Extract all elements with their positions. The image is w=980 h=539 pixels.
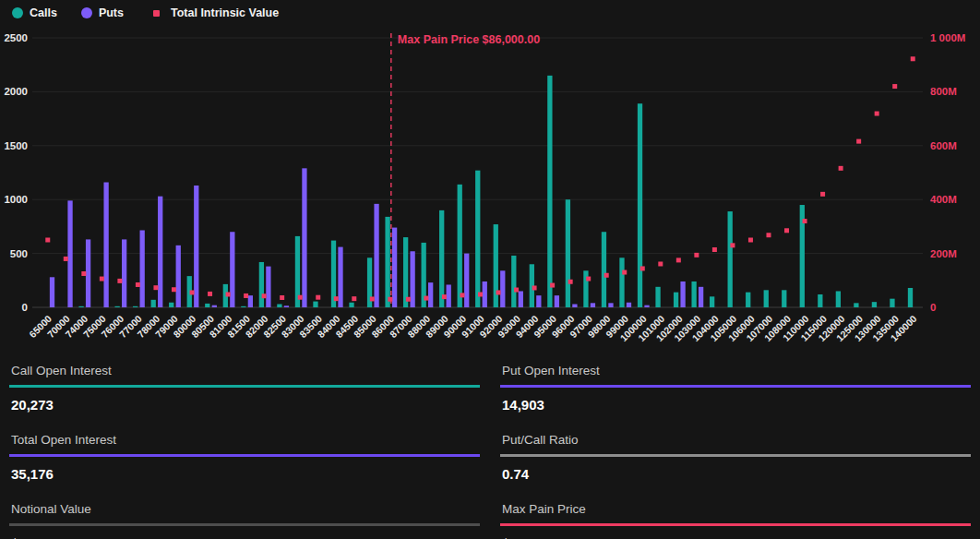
put-bar-90000[interactable] <box>464 254 469 307</box>
intrinsic-dot-93000[interactable] <box>514 288 519 293</box>
put-bar-78000[interactable] <box>158 197 162 307</box>
intrinsic-dot-107000[interactable] <box>766 233 771 237</box>
call-bar-84500[interactable] <box>349 303 353 307</box>
put-bar-85000[interactable] <box>374 204 378 307</box>
legend-item-calls[interactable]: Calls <box>12 6 57 19</box>
call-bar-79000[interactable] <box>169 303 173 307</box>
intrinsic-dot-86000[interactable] <box>388 297 392 302</box>
intrinsic-dot-65000[interactable] <box>45 238 50 243</box>
intrinsic-dot-85000[interactable] <box>370 296 375 301</box>
call-bar-97000[interactable] <box>583 270 588 307</box>
intrinsic-dot-89000[interactable] <box>442 294 447 299</box>
put-bar-82000[interactable] <box>266 267 270 307</box>
put-bar-88000[interactable] <box>428 282 433 307</box>
intrinsic-dot-92000[interactable] <box>496 290 501 294</box>
put-bar-81500[interactable] <box>248 295 253 307</box>
call-bar-77000[interactable] <box>133 306 137 307</box>
call-bar-98000[interactable] <box>602 232 606 307</box>
intrinsic-dot-104000[interactable] <box>712 247 717 252</box>
intrinsic-dot-74000[interactable] <box>81 271 86 276</box>
intrinsic-dot-106000[interactable] <box>748 238 753 243</box>
intrinsic-dot-88000[interactable] <box>424 296 428 301</box>
call-bar-125000[interactable] <box>854 303 858 307</box>
call-bar-95000[interactable] <box>547 76 552 307</box>
intrinsic-dot-83500[interactable] <box>316 295 320 300</box>
intrinsic-dot-120000[interactable] <box>839 166 843 171</box>
intrinsic-dot-94000[interactable] <box>532 285 537 290</box>
call-bar-105000[interactable] <box>728 211 733 307</box>
call-bar-135000[interactable] <box>890 299 894 307</box>
put-bar-81000[interactable] <box>230 232 234 307</box>
put-bar-94000[interactable] <box>536 295 541 307</box>
intrinsic-dot-108000[interactable] <box>784 228 789 233</box>
intrinsic-dot-78000[interactable] <box>153 285 158 290</box>
call-bar-102000[interactable] <box>674 293 678 307</box>
intrinsic-dot-80000[interactable] <box>190 290 195 294</box>
call-bar-106000[interactable] <box>746 293 750 307</box>
intrinsic-dot-80500[interactable] <box>208 292 212 296</box>
intrinsic-dot-103000[interactable] <box>694 253 699 258</box>
put-bar-93000[interactable] <box>519 291 523 307</box>
intrinsic-dot-70000[interactable] <box>64 257 68 261</box>
intrinsic-dot-82500[interactable] <box>280 295 284 300</box>
intrinsic-dot-75000[interactable] <box>100 277 104 281</box>
put-bar-99000[interactable] <box>627 303 631 307</box>
call-bar-86000[interactable] <box>385 217 389 307</box>
put-bar-65000[interactable] <box>50 277 54 307</box>
put-bar-70000[interactable] <box>67 200 72 307</box>
intrinsic-dot-84000[interactable] <box>334 296 339 301</box>
call-bar-108000[interactable] <box>782 290 786 307</box>
intrinsic-dot-87000[interactable] <box>406 297 411 302</box>
intrinsic-dot-98000[interactable] <box>604 273 609 278</box>
call-bar-90000[interactable] <box>458 185 462 307</box>
put-bar-89000[interactable] <box>447 284 451 307</box>
put-bar-80500[interactable] <box>212 305 217 307</box>
put-bar-75000[interactable] <box>103 183 108 307</box>
call-bar-130000[interactable] <box>872 302 877 307</box>
intrinsic-dot-125000[interactable] <box>856 139 861 144</box>
call-bar-101000[interactable] <box>655 287 660 307</box>
put-bar-96000[interactable] <box>572 304 577 307</box>
put-bar-74000[interactable] <box>86 239 90 307</box>
put-bar-79000[interactable] <box>176 246 181 307</box>
call-bar-91000[interactable] <box>475 171 480 307</box>
intrinsic-dot-99000[interactable] <box>622 270 627 275</box>
put-bar-91000[interactable] <box>483 281 487 307</box>
intrinsic-dot-110000[interactable] <box>803 219 807 223</box>
call-bar-82000[interactable] <box>259 262 264 307</box>
intrinsic-dot-90000[interactable] <box>460 293 464 297</box>
intrinsic-dot-84500[interactable] <box>352 296 356 301</box>
intrinsic-dot-101000[interactable] <box>658 261 663 266</box>
call-bar-140000[interactable] <box>908 288 913 307</box>
put-bar-102000[interactable] <box>680 281 685 307</box>
call-bar-76000[interactable] <box>114 306 119 307</box>
intrinsic-dot-100000[interactable] <box>640 266 645 270</box>
intrinsic-dot-105000[interactable] <box>730 243 735 247</box>
call-bar-93000[interactable] <box>511 256 516 307</box>
intrinsic-dot-135000[interactable] <box>892 84 897 89</box>
intrinsic-dot-83000[interactable] <box>298 295 303 300</box>
put-bar-95000[interactable] <box>555 295 559 307</box>
intrinsic-dot-76000[interactable] <box>117 279 122 283</box>
options-open-interest-plot[interactable]: 00500200M1000400M1500600M2000800M25001 0… <box>0 0 980 351</box>
intrinsic-dot-97000[interactable] <box>586 277 591 281</box>
intrinsic-dot-95000[interactable] <box>550 283 555 288</box>
intrinsic-dot-96000[interactable] <box>568 280 573 284</box>
intrinsic-dot-81500[interactable] <box>244 293 248 298</box>
put-bar-103000[interactable] <box>699 287 703 307</box>
put-bar-80000[interactable] <box>194 186 198 307</box>
call-bar-89000[interactable] <box>439 210 444 307</box>
call-bar-100000[interactable] <box>638 103 642 307</box>
call-bar-81500[interactable] <box>241 306 245 307</box>
put-bar-76000[interactable] <box>122 239 126 307</box>
call-bar-96000[interactable] <box>566 199 570 307</box>
put-bar-92000[interactable] <box>500 270 505 307</box>
put-bar-100000[interactable] <box>644 305 649 307</box>
put-bar-86000[interactable] <box>392 228 397 307</box>
legend-item-total-intrinsic-value[interactable]: Total Intrinsic Value <box>148 6 279 19</box>
call-bar-87000[interactable] <box>403 237 408 307</box>
call-bar-103000[interactable] <box>691 281 696 307</box>
intrinsic-dot-140000[interactable] <box>911 56 915 61</box>
intrinsic-dot-82000[interactable] <box>262 293 267 298</box>
call-bar-104000[interactable] <box>710 296 714 307</box>
